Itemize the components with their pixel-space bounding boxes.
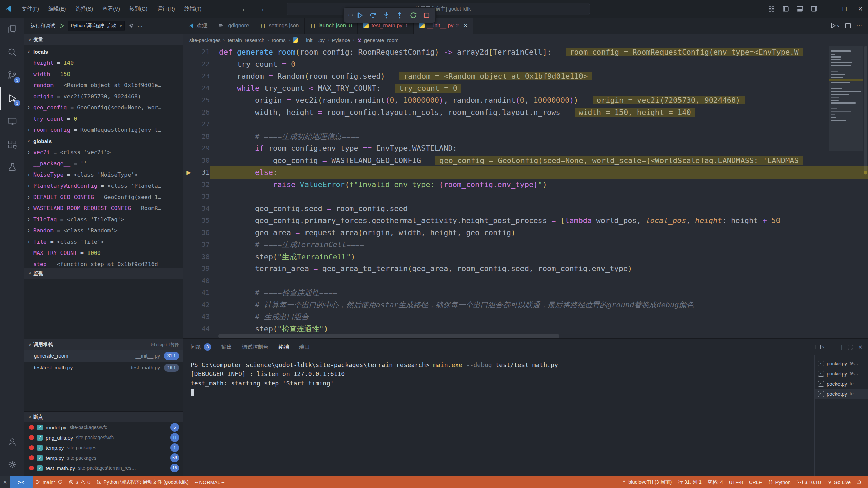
- code-line-43[interactable]: 43 # 生成出口组合: [183, 311, 868, 323]
- variable-row[interactable]: width = 150: [24, 68, 183, 80]
- toggle-secondary-sidebar-icon[interactable]: [807, 0, 821, 18]
- code-line-35[interactable]: 35 geo_config.primary_forces.geothermal_…: [183, 215, 868, 227]
- variable-row[interactable]: height = 140: [24, 57, 183, 68]
- debug-session-item[interactable]: Python 调试程序: 启动文件 (godot-ldtk): [93, 476, 192, 488]
- code-line-30[interactable]: 30 geo_config = WASTELAND_GEO_CONFIGgeo_…: [183, 155, 868, 167]
- editor-vertical-scrollbar[interactable]: [863, 46, 868, 338]
- editor-more-actions-icon[interactable]: ···: [856, 23, 862, 29]
- watch-section-header[interactable]: ∨ 监视: [24, 268, 183, 279]
- code-line-32[interactable]: 32 raise ValueError(f"Invalid env type: …: [183, 179, 868, 191]
- activitybar-run-debug-icon[interactable]: 1: [0, 87, 24, 110]
- command-center-search[interactable]: [扩展开发宿主] godot-ldtk: [287, 3, 590, 15]
- breakpoint-row[interactable]: ✓model.pysite-packages\wfc6: [24, 422, 183, 432]
- nav-forward-icon[interactable]: →: [258, 4, 265, 13]
- code-line-28[interactable]: 28 # ====生成初始地理信息====: [183, 130, 868, 143]
- breadcrumb-item-2[interactable]: rooms: [272, 37, 286, 43]
- menu-item-3[interactable]: 查看(V): [98, 0, 125, 18]
- encoding-item[interactable]: UTF-8: [726, 476, 746, 488]
- toggle-panel-icon[interactable]: [793, 0, 807, 18]
- tab-settings.json[interactable]: {}settings.json: [255, 18, 305, 34]
- more-actions-icon[interactable]: ···: [138, 23, 143, 29]
- code-line-37[interactable]: 37 # ====生成TerrainCell====: [183, 239, 868, 251]
- variable-row[interactable]: try_count = 0: [24, 113, 183, 124]
- code-line-21[interactable]: 21def generate_room(room_config: RoomReq…: [183, 46, 868, 58]
- variable-row[interactable]: ❯room_config = RoomRequestConfig(env_t…: [24, 124, 183, 136]
- code-line-23[interactable]: 23 random = Random(room_config.seed)rand…: [183, 70, 868, 82]
- code-line-22[interactable]: 22 try_count = 0: [183, 58, 868, 70]
- menu-item-5[interactable]: 运行(R): [152, 0, 180, 18]
- problems-item[interactable]: 3 0: [65, 476, 93, 488]
- variable-row[interactable]: random = <Random object at 0x1bf9d01e…: [24, 80, 183, 91]
- nav-back-icon[interactable]: ←: [241, 4, 249, 13]
- breakpoint-checkbox[interactable]: ✓: [37, 445, 43, 451]
- code-line-33[interactable]: 33: [183, 190, 868, 203]
- terminal-list-item[interactable]: >_pocketpyte…: [815, 368, 868, 379]
- variable-row[interactable]: origin = vec2i(7205730, 9024468): [24, 91, 183, 102]
- activitybar-explorer-icon[interactable]: [0, 18, 24, 41]
- panel-tab-输出[interactable]: 输出: [221, 339, 232, 355]
- activitybar-account-icon[interactable]: [0, 430, 24, 453]
- terminal-list-item[interactable]: >_pocketpyte…: [815, 358, 868, 368]
- breakpoint-checkbox[interactable]: ✓: [37, 425, 43, 430]
- git-branch-item[interactable]: main*: [33, 476, 65, 488]
- variables-section-header[interactable]: ∨ 变量: [24, 34, 183, 45]
- terminal-list-item[interactable]: >_pocketpyte…: [815, 389, 868, 399]
- panel-tab-调试控制台[interactable]: 调试控制台: [242, 339, 269, 355]
- breakpoint-row[interactable]: ✓temp.pysite-packages1: [24, 443, 183, 453]
- menu-item-7[interactable]: ···: [206, 0, 221, 18]
- code-line-31[interactable]: ▶31 else:: [183, 166, 868, 179]
- breakpoint-checkbox[interactable]: ✓: [37, 455, 43, 461]
- terminal-output[interactable]: PS C:\computer_science\godot-ldtk\site-p…: [183, 355, 814, 476]
- menu-item-4[interactable]: 转到(G): [125, 0, 152, 18]
- maximize-panel-icon[interactable]: [848, 345, 853, 350]
- activitybar-extensions-icon[interactable]: [0, 133, 24, 156]
- window-close-icon[interactable]: ✕: [852, 0, 868, 18]
- code-line-38[interactable]: 38 step("生成TerrainCell"): [183, 251, 868, 263]
- breakpoint-checkbox[interactable]: ✓: [37, 435, 43, 441]
- variable-row[interactable]: ❯TileTag = <class 'TileTag'>: [24, 214, 183, 225]
- code-line-36[interactable]: 36 geo_area = request_area(origin, width…: [183, 227, 868, 239]
- breadcrumb-item-5[interactable]: generate_room: [357, 37, 399, 43]
- go-live-item[interactable]: Go Live: [824, 476, 854, 488]
- debug-restart-icon[interactable]: [407, 9, 419, 22]
- close-panel-icon[interactable]: ✕: [858, 344, 863, 350]
- debug-step-over-icon[interactable]: [367, 9, 379, 22]
- code-line-34[interactable]: 34 geo_config.seed = room_config.seed: [183, 203, 868, 215]
- run-python-file-button[interactable]: ∨: [830, 23, 840, 29]
- breadcrumb-item-0[interactable]: site-packages: [189, 37, 221, 43]
- breakpoint-row[interactable]: ✓test_math.pysite-packages\terrain_res…1…: [24, 463, 183, 473]
- debug-stop-icon[interactable]: [420, 9, 433, 22]
- notifications-bell-item[interactable]: [854, 476, 865, 488]
- menu-item-1[interactable]: 编辑(E): [44, 0, 71, 18]
- window-maximize-icon[interactable]: ☐: [837, 0, 852, 18]
- variables-scope-locals[interactable]: ∨locals: [24, 46, 183, 57]
- language-mode-item[interactable]: {} Python: [765, 476, 794, 488]
- minimap[interactable]: [829, 46, 863, 121]
- activitybar-testing-icon[interactable]: [0, 156, 24, 179]
- code-editor[interactable]: 21def generate_room(room_config: RoomReq…: [183, 46, 868, 338]
- variable-row[interactable]: ❯WASTELAND_ROOM_REQUEST_CONFIG = RoomR…: [24, 203, 183, 214]
- variable-row[interactable]: ❯PlanetaryWindConfig = <class 'Planeta…: [24, 180, 183, 191]
- debug-continue-icon[interactable]: [353, 9, 366, 22]
- debug-step-into-icon[interactable]: [380, 9, 392, 22]
- menu-item-0[interactable]: 文件(F): [17, 0, 44, 18]
- activitybar-remote-explorer-icon[interactable]: [0, 110, 24, 133]
- variable-row[interactable]: __package__ = '': [24, 158, 183, 169]
- code-line-44[interactable]: 44 step("检查连通性"): [183, 323, 868, 335]
- variable-row[interactable]: ❯vec2i = <class 'vec2i'>: [24, 147, 183, 158]
- breadcrumb-item-4[interactable]: Pylance: [332, 37, 350, 43]
- breakpoints-section-header[interactable]: ∨ 断点: [24, 411, 183, 422]
- status-corner-icon[interactable]: ✕: [0, 476, 10, 488]
- toolbar-grip-icon[interactable]: ⋮⋮: [347, 14, 352, 17]
- code-line-25[interactable]: 25 origin = vec2i(random.randint(0, 1000…: [183, 94, 868, 106]
- breakpoint-row[interactable]: ✓png_utils.pysite-packages\wfc11: [24, 432, 183, 443]
- panel-tab-端口[interactable]: 端口: [299, 339, 310, 355]
- debug-settings-gear-icon[interactable]: [128, 23, 134, 29]
- start-debug-icon[interactable]: [59, 23, 64, 29]
- code-line-29[interactable]: 29 if room_config.env_type == EnvType.WA…: [183, 142, 868, 155]
- split-terminal-icon[interactable]: ∨: [815, 344, 824, 350]
- breadcrumb-item-3[interactable]: __init__.py: [293, 37, 325, 43]
- variable-row[interactable]: step = <function step at 0x1bf9cd216d: [24, 259, 183, 268]
- panel-tab-终端[interactable]: 终端: [279, 339, 289, 355]
- stack-frame[interactable]: generate_room__init__.py31:1: [24, 350, 183, 362]
